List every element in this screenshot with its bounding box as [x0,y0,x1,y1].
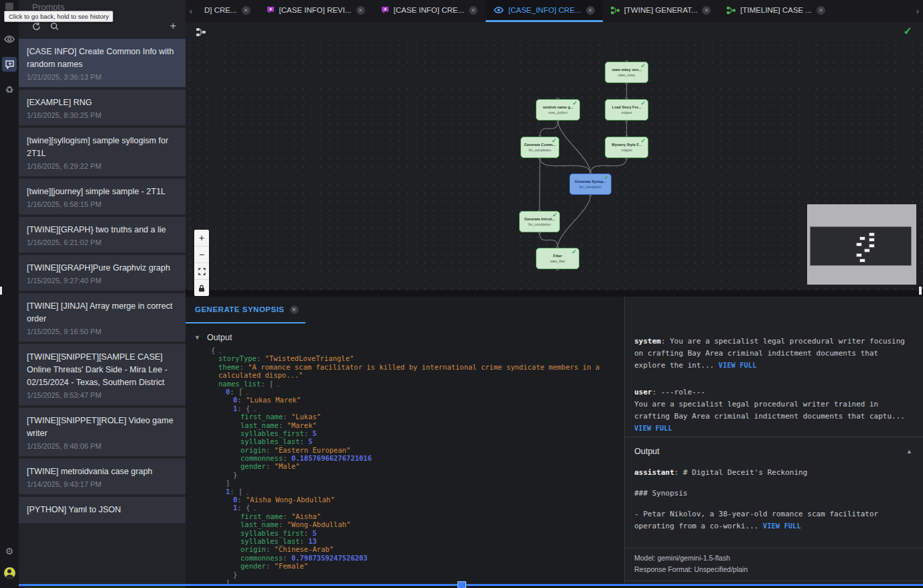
view-full-link[interactable]: VIEW FULL [634,425,672,432]
json-line: } [211,571,624,579]
prompt-date: 1/16/2025, 6:21:02 PM [27,238,178,247]
json-token: names_list [218,380,261,388]
json-token: : [261,380,269,388]
prompt-list-item[interactable]: [TWINE] [JINJA] Array merge in correct o… [19,293,186,342]
tab-close-icon[interactable]: ✕ [290,305,299,314]
graph-node[interactable]: Filterstate_filter✓ [536,248,579,269]
tabs-scroll-left-icon[interactable]: ‹ [186,0,196,22]
graph-node[interactable]: Generate Introd...llm_completion✓ [519,211,560,232]
prompt-list-item[interactable]: [PYTHON] Yaml to JSON [19,497,186,523]
json-token: syllables_first [240,429,304,437]
view-full-link[interactable]: VIEW FULL [719,362,757,369]
prompt-title: [TWINE] metroidvania case graph [27,465,178,478]
json-token: : [237,396,246,404]
json-token: } [233,471,237,479]
editor-tab[interactable]: [TIMELINE] CASE ...✕ [719,0,833,22]
editor-tab[interactable]: [CASE_INFO] CRE...✕ [486,0,603,22]
prompts-chat-icon[interactable] [2,57,17,72]
json-token: theme [218,363,240,371]
fit-view-button[interactable] [194,263,209,280]
tabs-scroll-right-icon[interactable]: › [912,0,923,22]
tab-close-icon[interactable]: ✕ [586,6,595,15]
json-token: : [266,545,275,553]
output-section-header[interactable]: ▼ Output [186,323,624,346]
prompt-list-item[interactable]: [twine][syllogism] sample syllogism for … [19,128,186,176]
json-line: syllables_last: 13 [211,537,624,545]
prompt-list-item[interactable]: [CASE INFO] Create Common Info with rand… [19,39,186,87]
json-tree: { ⌄storyType: "TwistedLoveTriangle"theme… [186,346,624,584]
check-icon: ✓ [572,100,577,106]
assistant-paragraph: - Petar Nikolov, a 38-year-old romance s… [634,508,912,532]
panel-resize-handle[interactable] [919,287,922,295]
json-token: ⌄ [242,490,249,496]
lock-button[interactable] [194,280,209,296]
left-resize-handle[interactable] [0,287,2,295]
check-icon: ✓ [640,100,646,106]
tab-close-icon[interactable]: ✕ [469,6,478,15]
json-line: commonness: 0.18576966276721016 [211,454,624,462]
prompt-list-item[interactable]: [twine][journey] simple sample - 2T1L1/1… [19,179,186,214]
graph-node[interactable]: state mkey stor...state_mkey✓ [605,62,648,83]
tab-close-icon[interactable]: ✕ [356,6,365,15]
tab-close-icon[interactable]: ✕ [816,6,825,15]
prompt-list-item[interactable]: [TWINE] metroidvania case graph1/14/2025… [19,459,186,494]
bottom-resize-bar[interactable] [19,584,923,586]
prompt-list-item[interactable]: [TWINE][GRAPH]Pure Graphviz graph1/15/20… [19,255,186,291]
tab-close-icon[interactable]: ✕ [242,6,251,15]
graph-node[interactable]: Load Story For...snippet✓ [605,99,648,121]
eye-icon[interactable] [0,29,19,48]
editor-tab[interactable]: D] CRE...✕ [196,0,259,22]
editor-tab[interactable]: [CASE INFO] REVI...✕ [259,0,373,22]
user-avatar[interactable] [4,567,15,579]
prompt-list-item[interactable]: [EXAMPLE] RNG1/16/2025, 8:30:25 PM [19,90,186,125]
back-button[interactable] [5,3,13,10]
message-role: system [634,337,661,346]
prompts-sidebar: Prompts + [CASE INFO] Create Common Info… [19,0,186,588]
prompt-list-item[interactable]: [TWINE][SNIPPET][SAMPLE CASE] Online Thr… [19,344,186,405]
prompt-title: [CASE INFO] Create Common Info with rand… [27,46,178,71]
flows-icon[interactable]: ♻ [0,80,19,99]
graph-node[interactable]: Mystery Style F...snippet✓ [605,137,648,158]
node-canvas[interactable]: ✓ state mkey stor...state_mkey✓random na… [186,22,923,290]
add-prompt-button[interactable]: + [170,20,176,32]
tab-generate-synopsis[interactable]: GENERATE SYNOPSIS ✕ [186,297,305,323]
graph-node[interactable]: Generate Synop...llm_completion✓ [569,173,612,195]
prompt-title: [PYTHON] Yaml to JSON [27,504,178,516]
json-line: calculated dispo..." [211,371,624,379]
tab-close-icon[interactable]: ✕ [702,6,711,15]
graph-node[interactable]: random name g...exec_python✓ [536,99,580,121]
json-token: ⌄ [273,382,280,388]
eye-icon [494,7,504,13]
minimap-node-dot [869,238,875,242]
editor-tab[interactable]: [CASE INFO] CRE...✕ [373,0,486,22]
zoom-out-button[interactable]: − [194,246,209,263]
json-token: "Lukas" [291,413,321,421]
json-line: theme: "A romance scam facilitator is ki… [211,363,624,371]
prompt-list-item[interactable]: [TWINE][GRAPH} two truths and a lie1/16/… [19,217,186,252]
minimap[interactable] [807,204,916,285]
check-icon: ✓ [551,137,557,144]
settings-gear-icon[interactable]: ⚙ [0,542,19,561]
json-token: : [279,520,287,528]
assistant-output-header[interactable]: Output ▲ [634,447,912,456]
prompt-list: [CASE INFO] Create Common Info with rand… [19,38,186,581]
bottom-resize-handle[interactable] [457,581,466,588]
editor-tab[interactable]: [TWINE] GENERAT...✕ [603,0,719,22]
minimap-node-dot [859,259,865,263]
json-token: syllables_last [240,537,300,545]
graph-node[interactable]: Generate Comm...llm_completion✓ [520,137,559,158]
view-full-link[interactable]: VIEW FULL [763,522,801,530]
search-icon[interactable] [50,22,59,31]
node-subtitle: snippet [606,111,648,115]
json-line: gender: "Male" [211,462,624,470]
node-subtitle: state_filter [537,259,579,263]
zoom-in-button[interactable]: + [194,230,209,246]
json-token: 5 [308,437,312,445]
flow-icon [727,6,735,15]
refresh-icon[interactable] [32,22,41,31]
message-text: ### Synopsis [634,489,687,498]
prompt-list-item[interactable]: [TWINE][SNIPPET][ROLE] Video game writer… [19,408,186,456]
prompt-title: [TWINE] [JINJA] Array merge in correct o… [27,300,178,325]
json-token: : [283,454,291,462]
json-token: : [240,363,248,371]
